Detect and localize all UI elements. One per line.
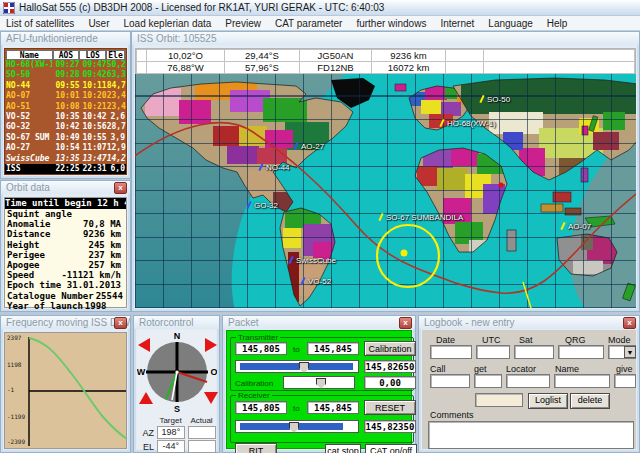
satellite-row-iss[interactable]: ISS22:2522:316,0 <box>5 164 126 174</box>
rotor-right-button[interactable] <box>205 338 217 352</box>
satellite-table: Name AOS LOS Ele HO-68(XW-109:2709:4750,… <box>4 48 127 175</box>
calibration-slider[interactable] <box>283 376 355 389</box>
satellite-row-ao-51[interactable]: AO-5110:0810:2123,4 <box>5 102 126 112</box>
rx-from-field[interactable]: 145,805 <box>235 401 287 414</box>
menu-item-language[interactable]: Language <box>488 18 533 29</box>
iss-info-cell-0-1: 10,02°O <box>147 50 225 62</box>
rx-to-field[interactable]: 145,845 <box>307 401 359 414</box>
menu-item-help[interactable]: Help <box>547 18 568 29</box>
tx-to-field[interactable]: 145,845 <box>307 342 359 355</box>
menu-bar: List of satellitesUserLoad keplerian dat… <box>0 16 640 31</box>
logbook-title: Logbook - new entry x <box>419 316 639 329</box>
world-map[interactable]: SO-50HO-68(XW-1)AO-27NO-44GO-32SO-67 SUM… <box>135 74 636 308</box>
frequency-close-icon[interactable]: x <box>114 317 127 329</box>
doppler-curve-svg <box>5 333 128 450</box>
marker-no-44 <box>258 163 263 171</box>
satellite-row-go-32[interactable]: GO-3210:4210:5628,7 <box>5 122 126 132</box>
date-field[interactable] <box>430 345 472 359</box>
rit-button[interactable]: RIT <box>235 443 277 453</box>
menu-item-preview[interactable]: Preview <box>225 18 261 29</box>
menu-item-list-of-satellites[interactable]: List of satellites <box>6 18 74 29</box>
rx-frequency-slider[interactable] <box>235 420 359 433</box>
label-vo-52: VO-52 <box>308 277 331 286</box>
menu-item-cat-parameter[interactable]: CAT parameter <box>275 18 342 29</box>
logbook-panel: Logbook - new entry x Date UTC Sat QRG M… <box>418 315 640 453</box>
get-field[interactable] <box>474 374 502 388</box>
tx-to-label: to <box>293 345 300 354</box>
rotor-down-button[interactable] <box>204 392 218 404</box>
satellite-row-ao-27[interactable]: AO-2710:5411:0712,9 <box>5 143 126 153</box>
delete-button[interactable]: delete <box>570 393 610 409</box>
name-field[interactable] <box>554 374 610 388</box>
satellite-row-ho-68-xw-1[interactable]: HO-68(XW-109:2709:4750,2 <box>5 60 126 70</box>
iss-info-cell-1-1: 76,88°W <box>147 62 225 74</box>
label-so-50: SO-50 <box>487 95 510 104</box>
orbit-close-icon[interactable]: x <box>114 182 127 194</box>
rotor-left-button[interactable] <box>138 338 150 352</box>
freq-tick-3: -1199 <box>7 413 25 420</box>
hallosat-app: { "window": { "title": "HalloSat 555 (c)… <box>0 0 640 453</box>
utc-label: UTC <box>482 335 501 345</box>
satellite-row-ao-07[interactable]: AO-0710:0110:2023,4 <box>5 91 126 101</box>
menu-item-internet[interactable]: Internet <box>440 18 474 29</box>
orbit-row-catalogue-number: Catalogue Number25544 <box>5 291 126 301</box>
rx-to-label: to <box>293 404 300 413</box>
iss-info-cell-1-0 <box>137 62 147 74</box>
tx-from-field[interactable]: 145,805 <box>235 342 287 355</box>
marker-swisscube <box>288 256 293 264</box>
el-actual-value[interactable] <box>188 440 216 453</box>
satellite-row-vo-52[interactable]: VO-5210:3510:422,6 <box>5 112 126 122</box>
sat-field[interactable] <box>514 345 554 359</box>
packet-close-icon[interactable]: x <box>399 317 412 329</box>
menu-item-user[interactable]: User <box>88 18 109 29</box>
az-actual-value[interactable] <box>188 426 216 439</box>
menu-item-load-keplerian-data[interactable]: Load keplerian data <box>124 18 212 29</box>
menu-item-further-windows[interactable]: further windows <box>356 18 426 29</box>
col-los: LOS <box>79 50 106 60</box>
calibration-value: 0,00 <box>364 376 416 389</box>
window-titlebar[interactable]: HalloSat 555 (c) DB3DH 2008 - Licensed f… <box>0 0 640 16</box>
az-label: AZ <box>139 428 157 438</box>
satellite-row-so-50[interactable]: SO-5009:2809:4263,3 <box>5 70 126 80</box>
mode-dropdown-icon[interactable]: ▼ <box>624 346 636 358</box>
log-extra-field[interactable] <box>475 393 523 407</box>
compass-n: N <box>174 331 181 341</box>
reset-button[interactable]: RESET <box>364 400 416 415</box>
freq-tick-2: -1 <box>7 386 14 393</box>
label-ao-07: AO-07 <box>568 222 591 231</box>
iss-info-cell-0-5 <box>446 50 484 62</box>
tx-frequency-slider[interactable] <box>235 360 359 373</box>
marker-ao-07 <box>560 222 565 230</box>
el-target-value[interactable]: -44° <box>157 440 185 453</box>
az-target-value[interactable]: 198° <box>157 426 185 439</box>
give-field[interactable] <box>614 374 636 388</box>
orbit-data-panel: Orbit data x Time until begin 12 h 45 mi… <box>0 180 131 312</box>
satellite-list-panel: AFU-funktionierende Name AOS LOS Ele HO-… <box>0 31 131 179</box>
satellite-row-so-67-sum[interactable]: SO-67 SUM10:4910:553,9 <box>5 133 126 143</box>
cat-onoff-button[interactable]: CAT on/off <box>365 444 417 453</box>
loglist-button[interactable]: Loglist <box>528 393 568 409</box>
qrg-field[interactable] <box>558 345 604 359</box>
locator-field[interactable] <box>506 374 550 388</box>
satellite-row-no-44[interactable]: NO-4409:5510:1184,7 <box>5 81 126 91</box>
call-field[interactable] <box>430 374 470 388</box>
calibration-button[interactable]: Calibration <box>364 341 416 356</box>
satellite-table-header: Name AOS LOS Ele <box>5 49 126 60</box>
cat-stop-button[interactable]: cat stop <box>325 444 361 453</box>
doppler-plot: 23971198-1-1199-2399 <box>4 332 127 449</box>
map-title: ISS Orbit: 105525 <box>132 32 639 45</box>
label-ao-27: AO-27 <box>301 142 324 151</box>
sat-label: Sat <box>519 335 533 345</box>
satellite-row-swisscube[interactable]: SwissCube13:3513:4714,2 <box>5 154 126 164</box>
label-go-32: GO-32 <box>254 201 278 210</box>
rotor-up-button[interactable] <box>139 392 153 404</box>
give-label: give <box>616 364 633 374</box>
logbook-close-icon[interactable]: x <box>623 317 636 329</box>
freq-tick-4: -2399 <box>7 438 25 445</box>
get-label: get <box>474 364 487 374</box>
tx-vfo-value: 145,82650 <box>364 360 416 373</box>
orbit-row-speed: Speed-11121 km/h <box>5 270 126 280</box>
marker-ao-27 <box>293 142 298 150</box>
utc-field[interactable] <box>476 345 510 359</box>
comments-textarea[interactable] <box>428 421 634 449</box>
